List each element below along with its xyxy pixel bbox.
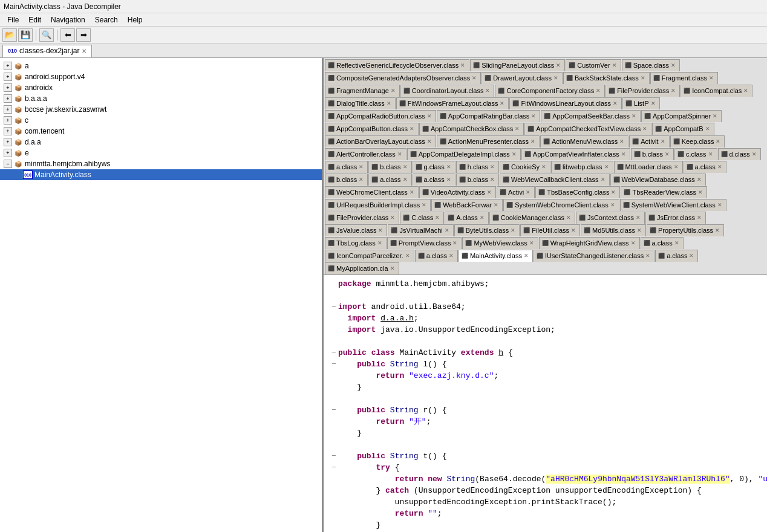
class-tab-tbsbaseconfig[interactable]: ⬛TbsBaseConfig.class✕ xyxy=(535,186,620,198)
class-tab-myapplication[interactable]: ⬛MyApplication.cla✕ xyxy=(325,262,399,274)
class-tab-activit[interactable]: ⬛Activit✕ xyxy=(629,135,669,148)
tab-close[interactable]: ✕ xyxy=(613,100,618,106)
class-tab-c1[interactable]: ⬛c.class✕ xyxy=(674,148,717,160)
toolbar-save-button[interactable]: 💾 xyxy=(18,28,33,42)
tab-close[interactable]: ✕ xyxy=(422,202,426,208)
class-tab-listp[interactable]: ⬛ListP✕ xyxy=(622,97,659,109)
class-tab-cookiesy[interactable]: ⬛CookieSy✕ xyxy=(500,161,550,173)
tab-close[interactable]: ✕ xyxy=(377,240,382,246)
tab-close[interactable]: ✕ xyxy=(500,100,504,106)
class-tab-a2[interactable]: ⬛a.class✕ xyxy=(684,161,726,173)
class-tab-libwebp[interactable]: ⬛libwebp.class✕ xyxy=(551,161,613,173)
tab-close[interactable]: ✕ xyxy=(511,227,515,233)
class-tab-mainactivity[interactable]: ⬛MainActivity.class✕ xyxy=(459,250,533,262)
tab-close[interactable]: ✕ xyxy=(637,227,642,233)
class-tab-appcompatseek[interactable]: ⬛AppCompatSeekBar.class✕ xyxy=(541,110,641,122)
class-tab-iuserstatechanged[interactable]: ⬛IUserStateChangedListener.class✕ xyxy=(534,250,654,262)
class-tab-mywebview[interactable]: ⬛MyWebView.class✕ xyxy=(462,237,538,249)
tab-close[interactable]: ✕ xyxy=(494,202,498,208)
tab-close[interactable]: ✕ xyxy=(743,88,748,94)
class-tab-webchromeclient[interactable]: ⬛WebChromeClient.class✕ xyxy=(325,186,419,198)
tab-close[interactable]: ✕ xyxy=(512,151,517,157)
tab-close[interactable]: ✕ xyxy=(612,62,617,68)
tab-close[interactable]: ✕ xyxy=(571,227,576,233)
tab-close[interactable]: ✕ xyxy=(671,88,676,94)
tab-close[interactable]: ✕ xyxy=(713,113,717,119)
tab-close[interactable]: ✕ xyxy=(390,215,395,221)
tab-close[interactable]: ✕ xyxy=(515,126,520,132)
class-tab-appcompatcheckedtv[interactable]: ⬛AppCompatCheckedTextView.class✕ xyxy=(524,123,651,135)
tab-close[interactable]: ✕ xyxy=(697,177,702,183)
tab-close[interactable]: ✕ xyxy=(531,113,536,119)
class-tab-promptview[interactable]: ⬛PromptView.class✕ xyxy=(387,237,462,249)
tab-close[interactable]: ✕ xyxy=(604,164,609,170)
class-tab-actionbaroverlay[interactable]: ⬛ActionBarOverlayLayout.class✕ xyxy=(325,135,436,148)
class-tab-fileprovider[interactable]: ⬛FileProvider.class✕ xyxy=(605,85,680,97)
class-tab-reflective[interactable]: ⬛ReflectiveGenericLifecycleObserver.clas… xyxy=(325,59,469,71)
tree-item-android-support[interactable]: + 📦 android.support.v4 xyxy=(0,71,322,82)
expand-a[interactable]: + xyxy=(4,62,12,70)
tab-close[interactable]: ✕ xyxy=(716,138,720,144)
class-tab-dialogtitle[interactable]: ⬛DialogTitle.class✕ xyxy=(325,97,396,109)
tab-close[interactable]: ✕ xyxy=(403,177,408,183)
class-tab-keep[interactable]: ⬛Keep.class✕ xyxy=(670,135,725,148)
class-tab-a7[interactable]: ⬛a.class✕ xyxy=(655,250,698,262)
tab-close[interactable]: ✕ xyxy=(410,189,414,195)
tree-item-mainactivity[interactable]: 010 MainActivity.class xyxy=(0,169,322,180)
tree-item-androidx[interactable]: + 📦 androidx xyxy=(0,82,322,93)
class-tab-g1[interactable]: ⬛g.class✕ xyxy=(413,161,455,173)
tab-close[interactable]: ✕ xyxy=(689,253,694,259)
tab-close[interactable]: ✕ xyxy=(674,164,679,170)
tab-close[interactable]: ✕ xyxy=(427,113,432,119)
tab-close[interactable]: ✕ xyxy=(661,138,665,144)
class-tab-b1[interactable]: ⬛b.class✕ xyxy=(631,148,674,160)
tab-close[interactable]: ✕ xyxy=(378,227,383,233)
class-tab-jscontext[interactable]: ⬛JsContext.class✕ xyxy=(576,212,645,224)
expand-baaa[interactable]: + xyxy=(4,94,12,103)
class-tab-h1[interactable]: ⬛h.class✕ xyxy=(456,161,499,173)
tab-close[interactable]: ✕ xyxy=(490,164,495,170)
class-tab-jserror[interactable]: ⬛JsError.class✕ xyxy=(645,212,706,224)
class-tab-b4[interactable]: ⬛b.class✕ xyxy=(456,174,499,186)
tab-close[interactable]: ✕ xyxy=(553,75,558,81)
tab-close[interactable]: ✕ xyxy=(445,227,449,233)
tab-close[interactable]: ✕ xyxy=(446,164,451,170)
class-tab-fileprovider2[interactable]: ⬛FileProvider.class✕ xyxy=(325,212,399,224)
expand-c[interactable]: + xyxy=(4,116,12,125)
tab-close[interactable]: ✕ xyxy=(636,215,641,221)
class-tab-a1[interactable]: ⬛a.class✕ xyxy=(325,161,368,173)
class-tab-a5[interactable]: ⬛a.class✕ xyxy=(641,237,684,249)
tab-close[interactable]: ✕ xyxy=(410,126,414,132)
tab-close[interactable]: ✕ xyxy=(715,227,720,233)
tab-close[interactable]: ✕ xyxy=(698,189,703,195)
class-tab-tbslog[interactable]: ⬛TbsLog.class✕ xyxy=(325,237,387,249)
tab-close[interactable]: ✕ xyxy=(697,215,702,221)
tab-close[interactable]: ✕ xyxy=(529,240,534,246)
class-tab-appcompatdelegate[interactable]: ⬛AppCompatDelegateImpl.class✕ xyxy=(407,148,521,160)
tab-close[interactable]: ✕ xyxy=(405,253,410,259)
class-tab-systemwebview[interactable]: ⬛SystemWebViewClient.class✕ xyxy=(620,199,726,211)
class-tab-urlrequestbuilder[interactable]: ⬛UrlRequestBuilderImpl.class✕ xyxy=(325,199,431,211)
class-tab-md5utils[interactable]: ⬛Md5Utils.class✕ xyxy=(581,224,646,236)
tab-close[interactable]: ✕ xyxy=(387,100,391,106)
tab-close[interactable]: ✕ xyxy=(752,151,757,157)
class-tab-fragment[interactable]: ⬛Fragment.class✕ xyxy=(650,72,718,84)
class-tab-classc[interactable]: ⬛C.class✕ xyxy=(400,212,444,224)
tree-item-e[interactable]: + 📦 e xyxy=(0,148,322,158)
code-area[interactable]: package minmtta.hemjcbm.ahibyws; − impor… xyxy=(324,275,767,532)
tree-item-c[interactable]: + 📦 c xyxy=(0,115,322,126)
class-tab-appcompatbutton[interactable]: ⬛AppCompatButton.class✕ xyxy=(325,123,419,135)
tab-close[interactable]: ✕ xyxy=(601,177,605,183)
class-tab-webviewdatabase[interactable]: ⬛WebViewDatabase.class✕ xyxy=(610,174,706,186)
tab-close[interactable]: ✕ xyxy=(435,215,440,221)
toolbar-back-button[interactable]: ⬅ xyxy=(60,28,75,42)
class-tab-appcompatspinner[interactable]: ⬛AppCompatSpinner✕ xyxy=(641,110,722,122)
class-tab-a6[interactable]: ⬛a.class✕ xyxy=(415,250,458,262)
class-tab-b3[interactable]: ⬛b.class✕ xyxy=(325,174,368,186)
expand-com-tencent[interactable]: + xyxy=(4,127,12,135)
class-tab-webviewcallback[interactable]: ⬛WebViewCallbackClient.class✕ xyxy=(500,174,610,186)
class-tab-iconcompat[interactable]: ⬛IconCompat.clas✕ xyxy=(681,85,752,97)
jar-tab-close[interactable]: ✕ xyxy=(82,48,86,54)
tab-close[interactable]: ✕ xyxy=(619,138,624,144)
class-tab-tbsreaderview[interactable]: ⬛TbsReaderView.class✕ xyxy=(621,186,707,198)
